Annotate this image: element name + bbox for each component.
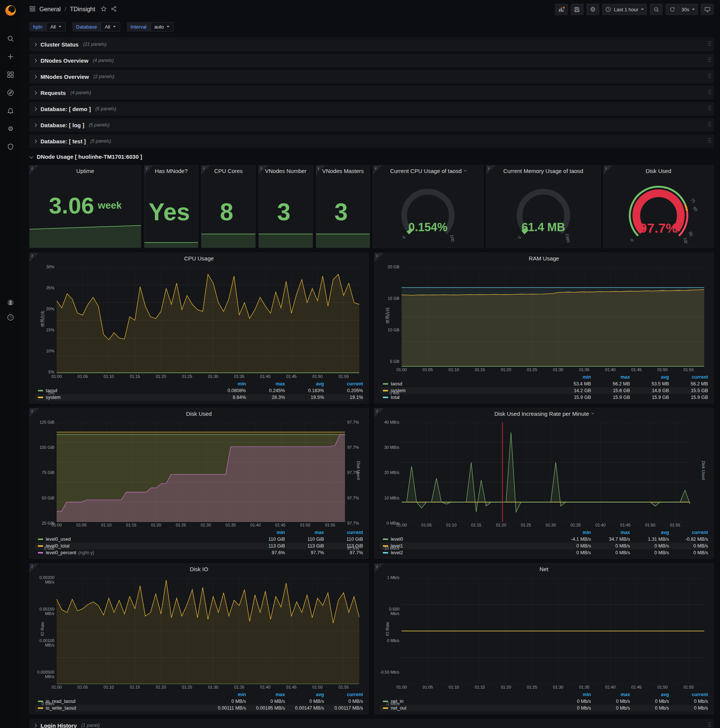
refresh-interval-picker[interactable]: 30s — [678, 4, 698, 15]
chart-plot-area[interactable]: 使用占比 0%5%10%15%20%25%30% — [35, 264, 363, 373]
chart-canvas[interactable] — [56, 267, 359, 373]
legend-row[interactable]: io_read_taosd0 MB/s0 MB/s0 MB/s0 MB/s — [35, 698, 363, 705]
server-admin-shield-icon[interactable] — [6, 142, 15, 151]
chart-legend[interactable]: minmaxavgcurrentnet_in0 Mb/s0 Mb/s0 Mb/s… — [375, 691, 713, 714]
row-drag-handle[interactable] — [708, 57, 711, 64]
collapsed-row[interactable]: MNodes Overview (2 panels) — [29, 70, 714, 83]
chart-canvas[interactable] — [402, 578, 704, 684]
legend-row[interactable]: system8.64%28.3%19.5%19.1% — [35, 394, 363, 401]
chart-legend[interactable]: minmaxavgcurrentlevel0-4.1 MB/s34.7 MB/s… — [375, 529, 713, 558]
panel-info-icon[interactable]: i — [373, 165, 382, 174]
row-drag-handle[interactable] — [708, 122, 711, 129]
user-avatar[interactable] — [6, 298, 15, 307]
panel-title[interactable]: Current Memory Usage of taosd — [487, 165, 600, 176]
help-icon[interactable]: ? — [6, 314, 15, 321]
legend-series-name[interactable]: level0_percent — [46, 550, 76, 555]
collapsed-row[interactable]: Database: [ log ] (5 panels) — [29, 118, 714, 132]
chart-canvas[interactable] — [56, 578, 359, 684]
row-drag-handle[interactable] — [708, 722, 711, 728]
chart-plot-area[interactable]: Disk Used -10 MB/s0 MB/s10 MB/s20 MB/s30… — [380, 419, 708, 522]
chart-canvas[interactable] — [402, 422, 690, 522]
panel-title[interactable]: Disk Used — [604, 165, 713, 176]
add-panel-button[interactable] — [555, 4, 568, 15]
chart-legend[interactable]: minmaxavgcurrenttaosd0.0808%0.245%0.183%… — [30, 380, 368, 403]
explore-compass-icon[interactable] — [6, 89, 15, 97]
panel-info-icon[interactable]: i — [30, 165, 39, 174]
chart-canvas[interactable] — [56, 422, 345, 522]
legend-row[interactable]: io_write_taosd0.00111 MB/s0.00195 MB/s0.… — [35, 705, 363, 711]
panel-info-icon[interactable]: i — [30, 564, 39, 573]
chart-plot-area[interactable]: IO Rate -1 Mb/s-0.50 Mb/s0 Mb/s0.500 Mb/… — [380, 575, 708, 684]
legend-row[interactable]: level10 MB/s0 MB/s0 MB/s0 MB/s — [380, 543, 708, 549]
legend-series-name[interactable]: level2 — [391, 550, 403, 555]
legend-row[interactable]: taosd0.0808%0.245%0.183%0.205% — [35, 387, 363, 394]
variable-database-value[interactable]: All — [101, 22, 120, 32]
chart-legend[interactable]: minmaxavgcurrenttaosd53.4 MB56.2 MB53.5 … — [375, 373, 713, 403]
grafana-logo[interactable] — [0, 0, 21, 21]
collapsed-row[interactable]: Cluster Status (21 panels) — [29, 38, 714, 51]
row-dnode-usage[interactable]: DNode Usage [ huolinhe-TM1701:6030 ] — [29, 150, 714, 163]
chart-plot-area[interactable]: Disk Used 0 GiB25 GiB50 GiB75 GiB100 GiB… — [35, 419, 363, 522]
legend-row[interactable]: net_out0 Mb/s0 Mb/s0 Mb/s0 Mb/s — [380, 705, 708, 711]
panel-info-icon[interactable]: i — [259, 165, 268, 174]
panel-info-icon[interactable]: i — [30, 408, 39, 417]
panel-info-icon[interactable]: i — [375, 253, 384, 262]
legend-series-name[interactable]: level0 — [391, 537, 403, 542]
legend-row[interactable]: taosd53.4 MB56.2 MB53.5 MB56.2 MB — [380, 381, 708, 387]
legend-row[interactable]: level0_used110 GiB110 GiB110 GiB — [35, 536, 363, 543]
breadcrumb-page[interactable]: TDinsight — [70, 6, 95, 13]
dashboard-settings-button[interactable]: ⚙ — [586, 4, 599, 15]
create-plus-icon[interactable] — [6, 52, 15, 61]
row-drag-handle[interactable] — [708, 73, 711, 80]
panel-title[interactable]: Current CPU Usage of taosd — [373, 165, 483, 176]
panel-title[interactable]: Disk Used Increasing Rate per Minute — [375, 408, 713, 419]
chart-canvas[interactable] — [402, 267, 704, 367]
chart-plot-area[interactable]: IO Rate 0 MB/s0.000500 MB/s0.00100 MB/s0… — [35, 575, 363, 684]
panel-info-icon[interactable]: i — [375, 408, 384, 417]
panel-info-icon[interactable]: i — [201, 165, 211, 174]
legend-row[interactable]: total15.9 GB15.9 GB15.9 GB15.9 GB — [380, 394, 708, 401]
chart-plot-area[interactable]: 使用占比 0 MB5 GB10 GB15 GB20 GB — [380, 264, 708, 367]
variable-fqdn-value[interactable]: All — [46, 22, 65, 32]
row-drag-handle[interactable] — [708, 41, 711, 48]
chart-legend[interactable]: minmaxcurrentlevel0_used110 GiB110 GiB11… — [30, 529, 368, 558]
panel-info-icon[interactable]: i — [487, 165, 495, 174]
legend-row[interactable]: net_in0 Mb/s0 Mb/s0 Mb/s0 Mb/s — [380, 698, 708, 705]
legend-row[interactable]: level0_percent(right-y)97.6%97.7%97.7% — [35, 549, 363, 556]
panel-info-icon[interactable]: i — [604, 165, 613, 174]
legend-row[interactable]: system14.2 GB15.6 GB14.8 GB15.5 GB — [380, 387, 708, 394]
legend-row[interactable]: level0_total113 GiB113 GiB113 GiB — [35, 543, 363, 549]
panel-info-icon[interactable]: i — [144, 165, 153, 174]
collapsed-row[interactable]: Login History (1 panel) — [29, 719, 714, 728]
collapsed-row[interactable]: Database: [ test ] (5 panels) — [29, 135, 714, 148]
alerting-bell-icon[interactable] — [6, 107, 15, 115]
panel-info-icon[interactable]: i — [375, 564, 384, 573]
refresh-button[interactable] — [666, 4, 678, 15]
panel-title[interactable]: RAM Usage — [375, 253, 713, 263]
share-icon[interactable] — [111, 6, 117, 14]
panel-title[interactable]: Uptime — [30, 165, 141, 176]
collapsed-row[interactable]: Database: [ demo ] (5 panels) — [29, 102, 714, 116]
collapsed-row[interactable]: Requests (4 panels) — [29, 86, 714, 99]
legend-series-name[interactable]: system — [46, 395, 61, 400]
legend-series-name[interactable]: io_write_taosd — [46, 705, 76, 711]
panel-title[interactable]: Disk Used — [30, 408, 368, 419]
favorite-star-icon[interactable] — [101, 6, 107, 14]
panel-info-icon[interactable]: i — [316, 165, 325, 174]
chart-legend[interactable]: minmaxavgcurrentio_read_taosd0 MB/s0 MB/… — [30, 691, 368, 714]
cycle-view-mode-button[interactable] — [701, 4, 714, 15]
panel-title[interactable]: Disk IO — [30, 564, 368, 574]
search-icon[interactable] — [6, 35, 15, 43]
dashboards-icon[interactable] — [6, 70, 15, 79]
legend-series-name[interactable]: net_out — [391, 705, 406, 711]
panel-info-icon[interactable]: i — [30, 253, 39, 262]
panel-title[interactable]: Net — [375, 564, 713, 574]
row-drag-handle[interactable] — [708, 138, 711, 145]
collapsed-row[interactable]: DNodes Overview (4 panels) — [29, 54, 714, 67]
time-range-picker[interactable]: Last 1 hour — [602, 4, 647, 15]
variable-interval-value[interactable]: auto — [150, 22, 174, 32]
breadcrumb-section[interactable]: General — [40, 6, 61, 13]
legend-series-name[interactable]: level0_used — [46, 537, 71, 542]
row-drag-handle[interactable] — [708, 89, 711, 96]
legend-series-name[interactable]: total — [391, 395, 400, 400]
